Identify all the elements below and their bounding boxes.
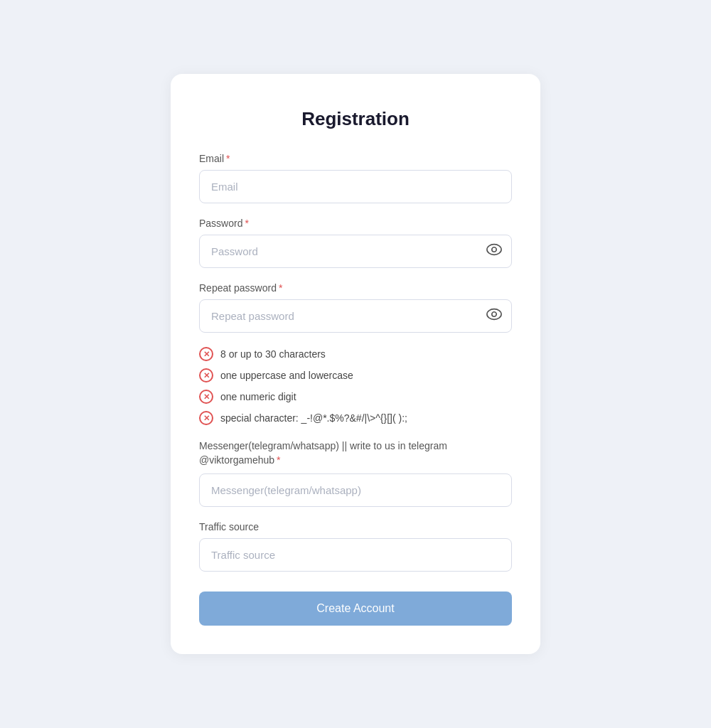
email-required-star: * xyxy=(226,153,230,164)
messenger-input[interactable] xyxy=(199,473,512,507)
validation-error-icon-2: ✕ xyxy=(199,390,213,404)
validation-list: ✕ 8 or up to 30 characters ✕ one upperca… xyxy=(199,347,512,425)
messenger-label: Messenger(telegram/whatsapp) || write to… xyxy=(199,439,512,467)
registration-card: Registration Email* Password* Repeat pas… xyxy=(171,74,540,653)
validation-item-2: ✕ one numeric digit xyxy=(199,390,512,404)
validation-text-0: 8 or up to 30 characters xyxy=(220,348,326,360)
svg-point-1 xyxy=(492,247,496,252)
repeat-password-label: Repeat password* xyxy=(199,282,512,294)
repeat-password-group: Repeat password* xyxy=(199,282,512,333)
validation-item-3: ✕ special character: _-!@*.$%?&#/|\>^{}[… xyxy=(199,411,512,425)
validation-text-2: one numeric digit xyxy=(220,391,296,402)
validation-error-icon-1: ✕ xyxy=(199,368,213,382)
validation-item-0: ✕ 8 or up to 30 characters xyxy=(199,347,512,361)
repeat-password-input[interactable] xyxy=(199,299,512,333)
password-input-wrapper xyxy=(199,235,512,268)
password-required-star: * xyxy=(245,218,248,229)
email-label: Email* xyxy=(199,153,512,164)
email-input[interactable] xyxy=(199,170,512,203)
messenger-input-wrapper xyxy=(199,473,512,507)
password-input[interactable] xyxy=(199,235,512,268)
validation-error-icon-0: ✕ xyxy=(199,347,213,361)
repeat-password-eye-icon[interactable] xyxy=(486,308,502,324)
email-input-wrapper xyxy=(199,170,512,203)
create-account-button[interactable]: Create Account xyxy=(199,592,512,626)
password-label: Password* xyxy=(199,218,512,229)
validation-error-icon-3: ✕ xyxy=(199,411,213,425)
form-title: Registration xyxy=(199,108,512,130)
svg-point-3 xyxy=(492,312,496,316)
email-group: Email* xyxy=(199,153,512,203)
traffic-source-group: Traffic source xyxy=(199,521,512,572)
password-group: Password* xyxy=(199,218,512,268)
validation-text-1: one uppercase and lowercase xyxy=(220,370,353,381)
traffic-source-input-wrapper xyxy=(199,538,512,572)
traffic-source-input[interactable] xyxy=(199,538,512,572)
traffic-source-label: Traffic source xyxy=(199,521,512,532)
validation-text-3: special character: _-!@*.$%?&#/|\>^{}[](… xyxy=(220,412,407,424)
svg-point-2 xyxy=(487,309,501,320)
password-eye-icon[interactable] xyxy=(486,243,502,259)
messenger-required-star: * xyxy=(277,454,280,466)
repeat-password-required-star: * xyxy=(279,282,282,294)
repeat-password-input-wrapper xyxy=(199,299,512,333)
svg-point-0 xyxy=(487,245,501,255)
validation-item-1: ✕ one uppercase and lowercase xyxy=(199,368,512,382)
messenger-group: Messenger(telegram/whatsapp) || write to… xyxy=(199,439,512,506)
